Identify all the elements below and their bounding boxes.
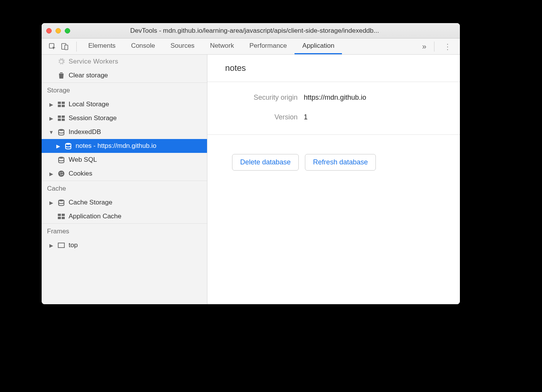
svg-rect-3 xyxy=(58,102,61,104)
sidebar-item-cookies[interactable]: ▶ Cookies xyxy=(42,167,207,181)
toolbar-divider xyxy=(434,42,434,52)
sidebar-item-label: top xyxy=(69,241,78,249)
sidebar-section-cache: Cache xyxy=(42,181,207,196)
detail-panel: notes Security origin https://mdn.github… xyxy=(207,55,460,304)
sidebar-item-cache-storage[interactable]: ▶ Cache Storage xyxy=(42,196,207,209)
sidebar-item-label: Web SQL xyxy=(69,156,97,164)
chevron-right-icon: ▶ xyxy=(49,200,54,206)
svg-point-13 xyxy=(59,157,64,159)
devtools-tabs: Elements Console Sources Network Perform… xyxy=(81,39,418,54)
detail-properties: Security origin https://mdn.github.io Ve… xyxy=(207,82,460,135)
svg-rect-7 xyxy=(58,116,61,118)
sidebar-section-frames: Frames xyxy=(42,223,207,238)
svg-point-17 xyxy=(61,174,62,176)
grid-icon xyxy=(57,116,66,121)
sidebar-item-label: Application Cache xyxy=(69,213,121,220)
tab-console[interactable]: Console xyxy=(123,39,163,54)
detail-title: notes xyxy=(207,55,460,82)
frame-icon xyxy=(57,243,66,248)
window-title: DevTools - mdn.github.io/learning-area/j… xyxy=(77,27,455,35)
sidebar-item-clear-storage[interactable]: Clear storage xyxy=(42,69,207,82)
sidebar-item-label: Cache Storage xyxy=(69,199,112,206)
more-options-icon[interactable]: ⋮ xyxy=(438,42,457,51)
delete-database-button[interactable]: Delete database xyxy=(232,154,299,171)
titlebar: DevTools - mdn.github.io/learning-area/j… xyxy=(42,23,460,39)
sidebar-item-label: Local Storage xyxy=(69,101,109,108)
sidebar-item-application-cache[interactable]: Application Cache xyxy=(42,209,207,223)
chevron-right-icon: ▶ xyxy=(49,243,54,248)
database-icon xyxy=(64,142,72,149)
version-value: 1 xyxy=(304,113,308,121)
device-toolbar-icon[interactable] xyxy=(61,43,69,50)
detail-actions: Delete database Refresh database xyxy=(207,135,460,171)
svg-rect-6 xyxy=(62,105,65,107)
traffic-lights xyxy=(46,28,70,34)
tab-application[interactable]: Application xyxy=(295,39,342,54)
tab-elements[interactable]: Elements xyxy=(81,39,123,54)
sidebar-item-service-workers[interactable]: Service Workers xyxy=(42,55,207,69)
devtools-window: DevTools - mdn.github.io/learning-area/j… xyxy=(42,23,460,304)
close-window-button[interactable] xyxy=(46,28,52,34)
svg-rect-21 xyxy=(62,214,65,216)
svg-point-18 xyxy=(62,174,63,175)
svg-point-15 xyxy=(60,173,61,174)
sidebar-item-label: Service Workers xyxy=(69,58,118,65)
content-area: Service Workers Clear storage Storage ▶ … xyxy=(42,55,460,304)
sidebar-item-indexeddb[interactable]: ▼ IndexedDB xyxy=(42,125,207,139)
svg-rect-4 xyxy=(62,102,65,104)
svg-rect-9 xyxy=(58,119,61,121)
chevron-right-icon: ▶ xyxy=(56,143,61,149)
chevron-right-icon: ▶ xyxy=(49,116,54,121)
tab-network[interactable]: Network xyxy=(202,39,242,54)
gear-icon xyxy=(57,58,66,65)
minimize-window-button[interactable] xyxy=(56,28,61,34)
database-icon xyxy=(57,199,66,206)
security-origin-label: Security origin xyxy=(211,94,304,102)
sidebar-item-top-frame[interactable]: ▶ top xyxy=(42,238,207,252)
chevron-right-icon: ▶ xyxy=(49,171,54,177)
database-icon xyxy=(57,156,66,163)
sidebar-item-label: IndexedDB xyxy=(69,128,101,136)
refresh-database-button[interactable]: Refresh database xyxy=(305,154,376,171)
sidebar-item-local-storage[interactable]: ▶ Local Storage xyxy=(42,97,207,111)
security-origin-value: https://mdn.github.io xyxy=(304,94,366,102)
sidebar-item-label: Cookies xyxy=(69,170,92,178)
cookie-icon xyxy=(57,170,66,177)
database-icon xyxy=(57,129,66,136)
grid-icon xyxy=(57,102,66,107)
toolbar-divider xyxy=(76,42,77,52)
sidebar-item-label: notes - https://mdn.github.io xyxy=(76,142,157,150)
sidebar-item-label: Clear storage xyxy=(69,72,108,79)
trash-icon xyxy=(57,72,66,79)
sidebar-item-session-storage[interactable]: ▶ Session Storage xyxy=(42,111,207,125)
svg-point-12 xyxy=(66,143,71,145)
grid-icon xyxy=(57,214,66,219)
sidebar-section-storage: Storage xyxy=(42,82,207,97)
svg-point-16 xyxy=(62,172,63,173)
svg-rect-8 xyxy=(62,116,65,118)
sidebar-item-label: Session Storage xyxy=(69,114,117,122)
version-label: Version xyxy=(211,113,304,121)
svg-point-19 xyxy=(59,199,64,201)
svg-rect-10 xyxy=(62,119,65,121)
svg-rect-2 xyxy=(65,45,68,50)
svg-rect-24 xyxy=(58,243,64,248)
tabs-overflow-icon[interactable]: » xyxy=(418,42,430,51)
svg-rect-22 xyxy=(58,217,61,219)
tab-sources[interactable]: Sources xyxy=(163,39,202,54)
inspect-element-icon[interactable] xyxy=(49,43,56,50)
chevron-right-icon: ▶ xyxy=(49,102,54,107)
svg-rect-5 xyxy=(58,105,61,107)
svg-point-11 xyxy=(59,129,64,131)
sidebar-item-indexeddb-notes[interactable]: ▶ notes - https://mdn.github.io xyxy=(42,139,207,153)
svg-point-14 xyxy=(58,171,64,177)
zoom-window-button[interactable] xyxy=(65,28,70,34)
tab-performance[interactable]: Performance xyxy=(242,39,295,54)
application-sidebar: Service Workers Clear storage Storage ▶ … xyxy=(42,55,207,304)
chevron-down-icon: ▼ xyxy=(49,129,54,135)
svg-rect-20 xyxy=(58,214,61,216)
svg-rect-23 xyxy=(62,217,65,219)
devtools-toolbar: Elements Console Sources Network Perform… xyxy=(42,39,460,55)
sidebar-item-websql[interactable]: Web SQL xyxy=(42,153,207,167)
